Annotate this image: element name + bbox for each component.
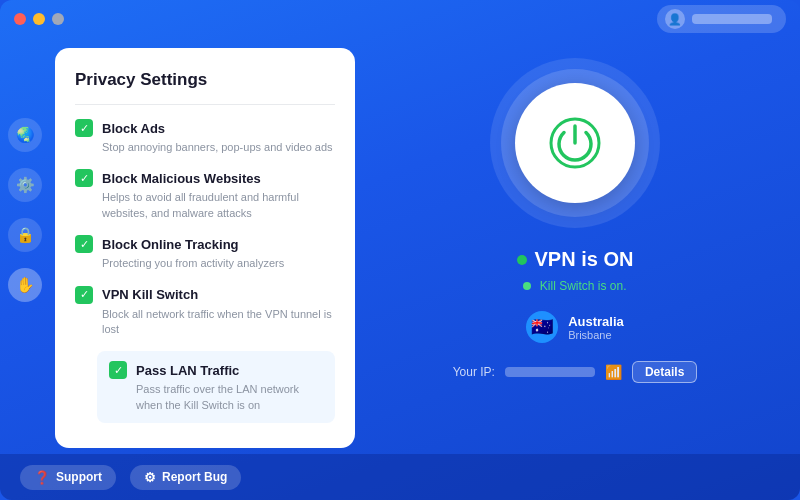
- kill-switch-dot: [523, 282, 531, 290]
- setting-header: ✓ Block Online Tracking: [75, 235, 335, 253]
- sidebar-item-privacy[interactable]: ✋: [8, 268, 42, 302]
- city-name: Brisbane: [568, 329, 624, 341]
- support-icon: ❓: [34, 470, 50, 485]
- setting-block-malicious: ✓ Block Malicious Websites Helps to avoi…: [75, 169, 335, 221]
- location-text: Australia Brisbane: [568, 314, 624, 341]
- user-badge[interactable]: 👤: [657, 5, 786, 33]
- kill-switch-status: Kill Switch is on.: [523, 279, 626, 293]
- checkbox-block-ads[interactable]: ✓: [75, 119, 93, 137]
- setting-name-kill-switch: VPN Kill Switch: [102, 287, 198, 302]
- setting-block-ads: ✓ Block Ads Stop annoying banners, pop-u…: [75, 119, 335, 155]
- traffic-lights: [14, 13, 64, 25]
- sidebar-item-globe[interactable]: 🌏: [8, 118, 42, 152]
- user-name: [692, 14, 772, 24]
- checkbox-lan-traffic[interactable]: ✓: [109, 361, 127, 379]
- flag-emoji: 🇦🇺: [531, 316, 553, 338]
- vpn-status-text: VPN is ON: [535, 248, 634, 271]
- support-button[interactable]: ❓ Support: [20, 465, 116, 490]
- report-bug-label: Report Bug: [162, 470, 227, 484]
- settings-panel: Privacy Settings ✓ Block Ads Stop annoyi…: [55, 48, 355, 448]
- signal-icon: 📶: [605, 364, 622, 380]
- user-avatar-icon: 👤: [665, 9, 685, 29]
- sidebar: 🌏 ⚙️ 🔒 ✋: [0, 38, 50, 500]
- titlebar: 👤: [0, 0, 800, 38]
- minimize-button[interactable]: [33, 13, 45, 25]
- setting-kill-switch: ✓ VPN Kill Switch Block all network traf…: [75, 286, 335, 338]
- support-label: Support: [56, 470, 102, 484]
- ip-label: Your IP:: [453, 365, 495, 379]
- checkbox-block-malicious[interactable]: ✓: [75, 169, 93, 187]
- setting-name-block-tracking: Block Online Tracking: [102, 237, 239, 252]
- ip-value: [505, 367, 595, 377]
- vpn-panel: VPN is ON Kill Switch is on. 🇦🇺 Australi…: [380, 48, 770, 468]
- checkbox-block-tracking[interactable]: ✓: [75, 235, 93, 253]
- setting-desc-block-malicious: Helps to avoid all fraudulent and harmfu…: [75, 190, 335, 221]
- vpn-status: VPN is ON: [517, 248, 634, 271]
- ip-row: Your IP: 📶 Details: [453, 361, 698, 383]
- kill-switch-text: Kill Switch is on.: [540, 279, 627, 293]
- power-ring-mid: [501, 69, 649, 217]
- report-bug-button[interactable]: ⚙ Report Bug: [130, 465, 241, 490]
- power-ring-outer: [490, 58, 660, 228]
- setting-desc-block-tracking: Protecting you from activity analyzers: [75, 256, 335, 271]
- setting-desc-lan-traffic: Pass traffic over the LAN network when t…: [109, 382, 323, 413]
- setting-name-block-malicious: Block Malicious Websites: [102, 171, 261, 186]
- setting-name-block-ads: Block Ads: [102, 121, 165, 136]
- setting-header: ✓ Pass LAN Traffic: [109, 361, 323, 379]
- bug-icon: ⚙: [144, 470, 156, 485]
- setting-lan-traffic: ✓ Pass LAN Traffic Pass traffic over the…: [97, 351, 335, 423]
- country-name: Australia: [568, 314, 624, 329]
- divider: [75, 104, 335, 105]
- sidebar-item-settings[interactable]: ⚙️: [8, 168, 42, 202]
- location-row: 🇦🇺 Australia Brisbane: [526, 311, 624, 343]
- setting-desc-kill-switch: Block all network traffic when the VPN t…: [75, 307, 335, 338]
- setting-block-tracking: ✓ Block Online Tracking Protecting you f…: [75, 235, 335, 271]
- app-window: 👤 🌏 ⚙️ 🔒 ✋ Privacy Settings ✓ Block Ads …: [0, 0, 800, 500]
- setting-desc-block-ads: Stop annoying banners, pop-ups and video…: [75, 140, 335, 155]
- checkbox-kill-switch[interactable]: ✓: [75, 286, 93, 304]
- status-dot: [517, 255, 527, 265]
- power-button[interactable]: [515, 83, 635, 203]
- setting-name-lan-traffic: Pass LAN Traffic: [136, 363, 239, 378]
- setting-header: ✓ Block Malicious Websites: [75, 169, 335, 187]
- sidebar-item-lock[interactable]: 🔒: [8, 218, 42, 252]
- close-button[interactable]: [14, 13, 26, 25]
- setting-header: ✓ Block Ads: [75, 119, 335, 137]
- maximize-button[interactable]: [52, 13, 64, 25]
- details-button[interactable]: Details: [632, 361, 697, 383]
- power-icon: [548, 116, 602, 170]
- flag-circle: 🇦🇺: [526, 311, 558, 343]
- bottom-bar: ❓ Support ⚙ Report Bug: [0, 454, 800, 500]
- settings-title: Privacy Settings: [75, 70, 335, 90]
- setting-header: ✓ VPN Kill Switch: [75, 286, 335, 304]
